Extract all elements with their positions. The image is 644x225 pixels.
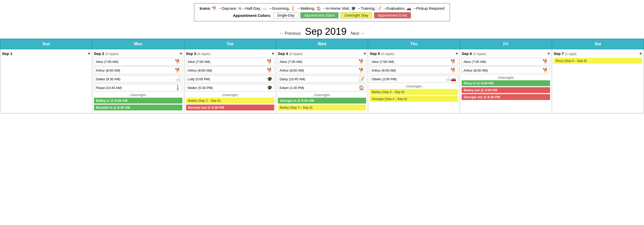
- overnight-georgia-sep5[interactable]: Georgia (Sep 4 - Sep 6): [370, 96, 458, 102]
- appt-icon: 🎓: [267, 85, 272, 91]
- appt-icon: 🐕: [543, 68, 548, 73]
- sep7-plus[interactable]: +: [639, 51, 642, 56]
- appt-ottello-sep5[interactable]: Ottello (2:00 PM) 🛁🚗: [370, 75, 458, 83]
- appt-icon: 🎓: [267, 76, 272, 82]
- overnight-georgia-in-sep4[interactable]: Georgia in @ 9:00 AM: [278, 98, 366, 104]
- sep4-overnight-label: ↓Overnight↓: [278, 93, 366, 97]
- appt-label: Arthur (8:00 AM): [188, 69, 212, 72]
- overnight-bennett-out-sep3[interactable]: Bennett out @ 5:30 PM: [186, 105, 274, 110]
- header-mon: Mon: [92, 39, 184, 49]
- appt-icon: 🐕: [543, 59, 548, 64]
- sep2-plus[interactable]: +: [180, 51, 182, 56]
- sep5-plus[interactable]: +: [455, 51, 458, 56]
- cell-sep5: Sep 5 (5 Appts) + Alice (7:00 AM) 🐕 Arth…: [368, 49, 460, 113]
- appt-arthur-sep6[interactable]: Arthur (8:00 AM) 🐕: [462, 66, 550, 74]
- appt-alice-sep6[interactable]: Alice (7:00 AM) 🐕: [462, 58, 550, 65]
- overnight-bailey-out-sep6[interactable]: Bailey out @ 4:00 PM: [462, 87, 550, 93]
- appt-label: Alice (7:00 AM): [96, 60, 118, 64]
- appt-icon: 📝: [359, 76, 364, 82]
- appt-arthur-sep5[interactable]: Arthur (8:00 AM) 🐕: [370, 66, 458, 74]
- appt-icon: 🐕: [267, 68, 272, 73]
- appt-alice-sep4[interactable]: Alice (7:00 AM) 🐕: [278, 58, 366, 65]
- appt-edwin-sep4[interactable]: Edwin (1:30 PM) 🏠: [278, 84, 366, 92]
- overnight-bailey-sep3[interactable]: Bailey (Sep 2 - Sep 6): [186, 98, 274, 104]
- appt-label: Alice (7:00 AM): [188, 60, 210, 64]
- overnight-bailey-sep4[interactable]: Bailey (Sep 2 - Sep 6): [278, 105, 366, 110]
- prev-button[interactable]: ← Previous: [280, 31, 301, 36]
- cell-sep3-header: Sep 3 (6 Appts) +: [186, 51, 274, 56]
- icons-label: Icons:: [200, 6, 212, 10]
- chip-appt-starts: Appointment Starts: [300, 12, 339, 18]
- calendar-nav: ← Previous Sep 2019 Next →: [0, 26, 644, 37]
- cell-sep3: Sep 3 (6 Appts) + Alice (7:00 AM) 🐕 Arth…: [184, 49, 276, 113]
- sep1-label: Sep 1: [2, 51, 12, 56]
- appt-icon: 🐕: [267, 59, 272, 64]
- sep1-plus[interactable]: +: [88, 51, 91, 56]
- appt-label: Lolly (5:00 PM): [188, 77, 210, 81]
- appt-icon: 🛁: [175, 76, 181, 82]
- appt-icon: 🐕: [175, 68, 181, 73]
- overnight-roxy-sep7[interactable]: Roxy (Sep 6 - Sep 9): [554, 58, 642, 64]
- appt-label: Alice (7:00 AM): [463, 60, 486, 64]
- appt-lolly-sep3[interactable]: Lolly (5:00 PM) 🎓: [186, 75, 274, 83]
- chip-appt-ends: Appointment Ends: [374, 12, 411, 18]
- overnight-roxy-in-sep6[interactable]: Roxy in @ 5:00 PM: [462, 80, 550, 86]
- cell-sep6: Sep 6 (5 Appts) + Alice (7:00 AM) 🐕 Arth…: [460, 49, 552, 113]
- sep3-plus[interactable]: +: [271, 51, 274, 56]
- sep6-plus[interactable]: +: [547, 51, 550, 56]
- appt-alice-sep5[interactable]: Alice (7:00 AM) 🐕: [370, 58, 458, 65]
- next-button[interactable]: Next →: [351, 31, 364, 36]
- appt-label: Alice (7:00 AM): [280, 60, 302, 64]
- appt-label: Arthur (8:00 AM): [280, 69, 304, 72]
- legend-icons-line: Icons: 🐕 →Daycare, ½→Half-Day, 🛁 →Groomi…: [200, 6, 444, 11]
- appt-label: Arthur (8:00 AM): [96, 69, 120, 72]
- cell-sep7-header: Sep 7 (1 Appt) +: [554, 51, 642, 56]
- header-sun: Sun: [0, 39, 92, 49]
- calendar-table: Sun Mon Tue Wed Thu Fri Sat Sep 1 + Sep …: [0, 39, 644, 114]
- appt-alice-sep3[interactable]: Alice (7:00 AM) 🐕: [186, 58, 274, 65]
- appt-walter-sep3[interactable]: Walter (5:30 PM) 🎓: [186, 84, 274, 92]
- sep6-label: Sep 6 (5 Appts): [462, 51, 486, 56]
- cell-sep4: Sep 4 (6 Appts) + Alice (7:00 AM) 🐕 Arth…: [276, 49, 368, 113]
- month-title: Sep 2019: [305, 26, 347, 37]
- appt-arthur-sep3[interactable]: Arthur (8:00 AM) 🐕: [186, 66, 274, 74]
- cell-sep2-header: Sep 2 (6 Appts) +: [94, 51, 182, 56]
- sep3-label: Sep 3 (6 Appts): [186, 51, 211, 56]
- appt-icon: 🐕: [451, 68, 456, 73]
- sep7-label: Sep 7 (1 Appt): [554, 51, 577, 56]
- sep4-plus[interactable]: +: [364, 51, 366, 56]
- appt-flloyd-sep2[interactable]: Flloyd (10:45 AM) 🚶: [94, 84, 182, 92]
- cell-sep1-header: Sep 1 +: [2, 51, 90, 56]
- sep6-overnight-label: ↓Overnight↓: [462, 76, 550, 80]
- cell-sep4-header: Sep 4 (6 Appts) +: [278, 51, 366, 56]
- appt-label: Alice (7:00 AM): [372, 60, 394, 64]
- appt-arthur-sep4[interactable]: Arthur (8:00 AM) 🐕: [278, 66, 366, 74]
- header-fri: Fri: [460, 39, 552, 49]
- appt-icon: 🛁🚗: [445, 76, 456, 82]
- sep2-overnight-label: ↓Overnight↓: [94, 93, 182, 97]
- legend-box: Icons: 🐕 →Daycare, ½→Half-Day, 🛁 →Groomi…: [194, 3, 450, 21]
- overnight-georgia-out-sep6[interactable]: Georgia out @ 6:30 PM: [462, 94, 550, 100]
- overnight-bailey-in-sep2[interactable]: Bailey in @ 8:00 AM: [94, 98, 182, 104]
- overnight-bailey-sep5[interactable]: Bailey (Sep 2 - Sep 6): [370, 89, 458, 95]
- legend-colors-line: Appointment Colors: Single-Day Appointme…: [200, 12, 444, 18]
- appt-icon: 🐕: [175, 59, 181, 64]
- appt-label: Dallas (9:30 AM): [96, 77, 120, 81]
- sep2-label: Sep 2 (6 Appts): [94, 51, 118, 56]
- appt-daisy-sep4[interactable]: Daisy (10:45 AM) 📝: [278, 75, 366, 83]
- chip-overnight-stay: Overnight Stay: [341, 12, 372, 18]
- appt-alice-sep2[interactable]: Alice (7:00 AM) 🐕: [94, 58, 182, 65]
- appt-icon: 🐕: [359, 59, 364, 64]
- overnight-bennett-in-sep2[interactable]: Bennett in @ 8:30 AM: [94, 105, 182, 110]
- appt-label: Edwin (1:30 PM): [280, 86, 304, 90]
- appt-icon: 🏠: [359, 85, 364, 91]
- header-sat: Sat: [552, 39, 644, 49]
- appt-dallas-sep2[interactable]: Dallas (9:30 AM) 🛁: [94, 75, 182, 83]
- appt-label: Flloyd (10:45 AM): [96, 86, 122, 90]
- appt-label: Arthur (8:00 AM): [463, 69, 488, 72]
- header-tue: Tue: [184, 39, 276, 49]
- sep4-label: Sep 4 (6 Appts): [278, 51, 302, 56]
- appt-arthur-sep2[interactable]: Arthur (8:00 AM) 🐕: [94, 66, 182, 74]
- colors-label: Appointment Colors:: [233, 13, 271, 18]
- cell-sep1: Sep 1 +: [0, 49, 92, 113]
